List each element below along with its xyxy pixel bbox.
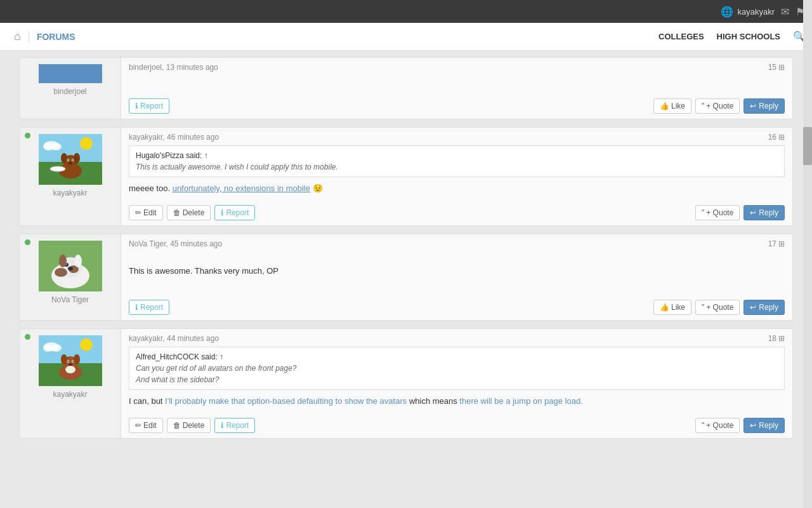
online-dot — [25, 239, 30, 245]
body-link2[interactable]: there will be a jump on page load. — [459, 396, 582, 406]
svg-point-22 — [74, 255, 82, 267]
post-body: This is awesome. Thanks very much, OP — [129, 252, 785, 290]
post-sidebar: kayakyakr — [20, 128, 121, 225]
svg-point-9 — [74, 153, 80, 163]
globe-icon: 🌐 — [721, 6, 733, 18]
svg-point-37 — [51, 344, 62, 352]
body-link1[interactable]: I'll probably make that option-based def… — [165, 396, 407, 406]
post-body: meeee too. unfortunately, no extensions … — [129, 182, 785, 195]
mail-icon[interactable]: ✉ — [781, 6, 789, 18]
svg-point-10 — [50, 166, 65, 171]
delete-button[interactable]: 🗑 Delete — [167, 205, 211, 220]
report-button[interactable]: ℹ Report — [129, 98, 169, 114]
quote-header: Hugalo'sPizza said: ↑ — [136, 151, 778, 160]
svg-point-34 — [65, 366, 75, 373]
post-username[interactable]: binderjoel — [53, 87, 86, 96]
post-username[interactable]: kayakyakr — [53, 390, 87, 399]
home-nav[interactable]: ⌂ — [6, 30, 29, 43]
online-dot — [25, 334, 30, 340]
info-icon: ℹ — [221, 421, 224, 430]
post-timestamp: kayakyakr, 46 minutes ago 16 ⊞ — [129, 133, 785, 142]
svg-point-24 — [80, 338, 93, 351]
expand-icon[interactable]: ⊞ — [778, 334, 785, 343]
pencil-icon: ✏ — [135, 421, 141, 430]
post-footer: ✏ Edit 🗑 Delete ℹ Report " + Qu — [129, 205, 785, 220]
quote-button[interactable]: " + Quote — [695, 300, 740, 315]
svg-point-33 — [74, 354, 80, 364]
post-footer-left: ℹ Report — [129, 300, 169, 315]
post-footer-right: 👍 Like " + Quote ↩ Reply — [653, 300, 785, 315]
reply-button[interactable]: ↩ Reply — [743, 418, 785, 433]
post-body — [129, 76, 785, 88]
quote-block: Alfred_HitchCOCK said: ↑ Can you get rid… — [129, 347, 785, 390]
delete-button[interactable]: 🗑 Delete — [167, 418, 211, 433]
post-wrapper: kayakyakr kayakyakr, 46 minutes ago 16 ⊞… — [19, 127, 793, 226]
quote-line-1: Can you get rid of all avatars on the fr… — [136, 364, 778, 373]
post-sidebar: NoVa Tiger — [20, 234, 121, 321]
top-bar-user: 🌐 kayakyakr — [721, 6, 775, 18]
avatar — [39, 134, 102, 185]
post-footer: ✏ Edit 🗑 Delete ℹ Report " + Qu — [129, 418, 785, 433]
expand-icon[interactable]: ⊞ — [778, 63, 785, 72]
quote-icon: " — [702, 421, 704, 430]
like-button[interactable]: 👍 Like — [653, 98, 691, 114]
edit-button[interactable]: ✏ Edit — [129, 205, 163, 220]
trash-icon: 🗑 — [173, 421, 181, 430]
post-number: 15 ⊞ — [768, 63, 785, 72]
quote-icon: " — [702, 208, 704, 217]
svg-point-29 — [67, 361, 69, 362]
online-dot — [25, 133, 30, 138]
quote-button[interactable]: " + Quote — [695, 98, 740, 114]
edit-button[interactable]: ✏ Edit — [129, 418, 163, 433]
svg-point-30 — [72, 361, 74, 362]
colleges-nav[interactable]: COLLEGES — [658, 32, 704, 41]
thumb-icon: 👍 — [660, 102, 669, 110]
info-icon: ℹ — [135, 102, 138, 110]
forums-nav[interactable]: FORUMS — [29, 32, 83, 42]
page-content: binderjoel binderjoel, 13 minutes ago 15… — [13, 51, 799, 453]
post-timestamp: kayakyakr, 44 minutes ago 18 ⊞ — [129, 334, 785, 343]
expand-icon[interactable]: ⊞ — [778, 133, 785, 142]
svg-point-6 — [72, 159, 74, 161]
post-footer: ℹ Report 👍 Like " + Quote ↩ Rep — [129, 300, 785, 315]
report-button[interactable]: ℹ Report — [214, 418, 255, 433]
report-button[interactable]: ℹ Report — [214, 205, 255, 220]
post-body: I can, but I'll probably make that optio… — [129, 395, 785, 408]
quote-text: This is actually awesome. I wish I could… — [136, 163, 778, 171]
quote-button[interactable]: " + Quote — [695, 418, 740, 433]
quote-button[interactable]: " + Quote — [695, 205, 740, 220]
quote-line-2: And what is the sidebar? — [136, 375, 778, 384]
reply-button[interactable]: ↩ Reply — [743, 300, 785, 315]
avatar — [39, 64, 102, 83]
svg-point-32 — [61, 354, 67, 364]
post-main: kayakyakr, 46 minutes ago 16 ⊞ Hugalo'sP… — [121, 128, 792, 225]
post-number: 18 ⊞ — [768, 334, 785, 343]
top-username[interactable]: kayakyakr — [737, 7, 775, 17]
avatar — [39, 241, 102, 291]
scrollbar-thumb[interactable] — [803, 127, 812, 165]
post-main: NoVa Tiger, 45 minutes ago 17 ⊞ This is … — [121, 234, 792, 321]
main-nav: ⌂ FORUMS COLLEGES HIGH SCHOOLS 🔍 — [0, 23, 812, 51]
reply-button[interactable]: ↩ Reply — [743, 205, 785, 220]
body-link[interactable]: unfortunately, no extensions in mobile — [173, 184, 310, 193]
high-schools-nav[interactable]: HIGH SCHOOLS — [717, 32, 780, 41]
report-button[interactable]: ℹ Report — [129, 300, 169, 315]
post-username[interactable]: kayakyakr — [53, 189, 87, 197]
quote-header: Alfred_HitchCOCK said: ↑ — [136, 352, 778, 361]
post-username[interactable]: NoVa Tiger — [51, 295, 89, 304]
quote-block: Hugalo'sPizza said: ↑ This is actually a… — [129, 145, 785, 177]
post-wrapper: kayakyakr kayakyakr, 44 minutes ago 18 ⊞… — [19, 328, 793, 439]
expand-icon[interactable]: ⊞ — [778, 239, 785, 248]
reply-icon: ↩ — [750, 421, 756, 430]
reply-icon: ↩ — [750, 102, 756, 110]
post-main: kayakyakr, 44 minutes ago 18 ⊞ Alfred_Hi… — [121, 329, 792, 438]
svg-point-18 — [55, 268, 67, 277]
like-button[interactable]: 👍 Like — [653, 300, 691, 315]
top-bar: 🌐 kayakyakr ✉ ⚑ — [0, 0, 812, 23]
scrollbar[interactable] — [803, 0, 812, 453]
svg-point-31 — [69, 363, 72, 366]
svg-point-7 — [69, 162, 72, 164]
quote-icon: " — [702, 303, 704, 312]
reply-button[interactable]: ↩ Reply — [743, 98, 785, 114]
post-footer-right: 👍 Like " + Quote ↩ Reply — [653, 98, 785, 114]
